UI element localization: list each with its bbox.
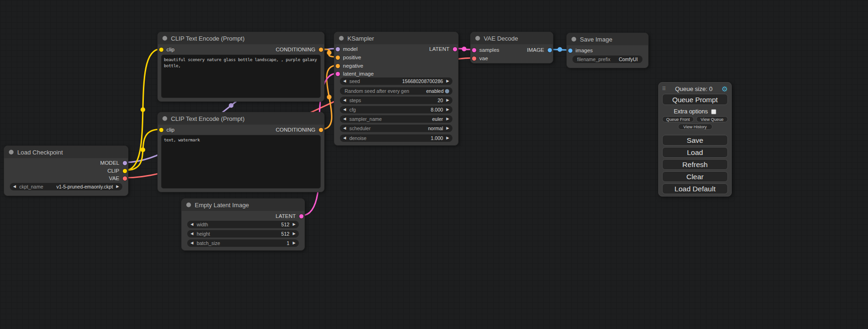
widget-sampler-name[interactable]: ◀ sampler_name euler ▶ xyxy=(340,115,452,123)
clear-button[interactable]: Clear xyxy=(662,171,728,182)
widget-width[interactable]: ◀ width 512 ▶ xyxy=(187,221,299,228)
prompt-textarea[interactable]: beautiful scenery nature glass bottle la… xyxy=(161,55,321,98)
queue-front-button[interactable]: Queue Front xyxy=(662,116,694,122)
view-queue-button[interactable]: View Queue xyxy=(696,116,728,122)
slot-dot-latent[interactable] xyxy=(336,72,340,76)
slot-dot-image[interactable] xyxy=(548,48,552,52)
prev-arrow-icon[interactable]: ◀ xyxy=(191,241,193,245)
collapse-dot-icon[interactable] xyxy=(475,36,480,41)
slot-dot-conditioning[interactable] xyxy=(319,48,323,52)
next-arrow-icon[interactable]: ▶ xyxy=(116,185,119,189)
output-slot-latent[interactable]: LATENT xyxy=(429,46,457,52)
prev-arrow-icon[interactable]: ◀ xyxy=(343,79,346,83)
slot-dot-image[interactable] xyxy=(568,49,572,53)
slot-dot-latent[interactable] xyxy=(453,47,457,51)
slot-dot-model[interactable] xyxy=(123,161,127,165)
output-slot-conditioning[interactable]: CONDITIONING xyxy=(276,47,323,53)
prev-arrow-icon[interactable]: ◀ xyxy=(191,232,193,236)
next-arrow-icon[interactable]: ▶ xyxy=(293,232,296,236)
slot-dot-conditioning[interactable] xyxy=(319,128,323,132)
prev-arrow-icon[interactable]: ◀ xyxy=(343,126,346,130)
node-ksampler[interactable]: KSampler model LATENT positive negative … xyxy=(334,32,459,146)
widget-cfg[interactable]: ◀ cfg 8.000 ▶ xyxy=(340,106,452,113)
widget-batch-size[interactable]: ◀ batch_size 1 ▶ xyxy=(187,239,299,247)
node-title-bar[interactable]: CLIP Text Encode (Prompt) xyxy=(158,32,324,44)
prev-arrow-icon[interactable]: ◀ xyxy=(343,117,346,121)
output-slot-conditioning[interactable]: CONDITIONING xyxy=(276,127,323,133)
next-arrow-icon[interactable]: ▶ xyxy=(446,98,449,102)
collapse-dot-icon[interactable] xyxy=(572,37,576,42)
load-default-button[interactable]: Load Default xyxy=(662,183,728,194)
collapse-dot-icon[interactable] xyxy=(339,36,344,41)
next-arrow-icon[interactable]: ▶ xyxy=(293,223,296,226)
input-slot-model[interactable]: model xyxy=(336,46,358,52)
save-button[interactable]: Save xyxy=(662,135,728,146)
drag-handle-icon[interactable]: ⠿ xyxy=(662,86,666,92)
slot-dot-vae[interactable] xyxy=(123,176,127,181)
slot-dot-clip[interactable] xyxy=(159,128,163,132)
widget-random-seed-toggle[interactable]: Random seed after every gen enabled xyxy=(340,87,452,95)
next-arrow-icon[interactable]: ▶ xyxy=(446,117,449,121)
next-arrow-icon[interactable]: ▶ xyxy=(446,108,449,112)
output-slot-clip[interactable]: CLIP xyxy=(107,168,127,174)
toggle-indicator-icon[interactable] xyxy=(445,89,449,93)
widget-seed[interactable]: ◀ seed 156680208700286 ▶ xyxy=(340,77,452,85)
node-load-checkpoint[interactable]: Load Checkpoint MODEL CLIP VAE ◀ ckpt_na… xyxy=(4,146,128,196)
load-button[interactable]: Load xyxy=(662,147,728,158)
collapse-dot-icon[interactable] xyxy=(162,116,167,121)
slot-dot-conditioning[interactable] xyxy=(336,56,340,60)
input-slot-latent-image[interactable]: latent_image xyxy=(336,71,374,77)
input-slot-samples[interactable]: samples xyxy=(472,47,500,53)
next-arrow-icon[interactable]: ▶ xyxy=(293,241,296,245)
input-slot-negative[interactable]: negative xyxy=(336,63,363,69)
input-slot-positive[interactable]: positive xyxy=(336,55,361,61)
slot-dot-latent[interactable] xyxy=(472,48,476,52)
prev-arrow-icon[interactable]: ◀ xyxy=(343,98,346,102)
collapse-dot-icon[interactable] xyxy=(186,203,191,207)
next-arrow-icon[interactable]: ▶ xyxy=(446,136,449,140)
slot-dot-model[interactable] xyxy=(336,47,340,51)
node-title-bar[interactable]: Save Image xyxy=(567,33,648,45)
slot-dot-latent[interactable] xyxy=(299,214,303,218)
prev-arrow-icon[interactable]: ◀ xyxy=(343,108,346,112)
extra-options-checkbox[interactable] xyxy=(711,109,716,114)
node-title-bar[interactable]: CLIP Text Encode (Prompt) xyxy=(158,112,324,125)
output-slot-model[interactable]: MODEL xyxy=(100,160,127,166)
node-save-image[interactable]: Save Image images filename_prefix ComfyU… xyxy=(566,33,649,68)
widget-filename-prefix[interactable]: filename_prefix ComfyUI xyxy=(572,56,642,63)
refresh-button[interactable]: Refresh xyxy=(662,159,728,170)
slot-dot-clip[interactable] xyxy=(123,169,127,173)
node-vae-decode[interactable]: VAE Decode samples IMAGE vae xyxy=(470,32,553,63)
node-title-bar[interactable]: Load Checkpoint xyxy=(4,146,128,158)
view-history-button[interactable]: View History xyxy=(678,124,713,130)
slot-dot-clip[interactable] xyxy=(159,48,163,52)
settings-gear-icon[interactable]: ⚙ xyxy=(722,85,728,92)
node-title-bar[interactable]: VAE Decode xyxy=(471,32,553,44)
widget-ckpt-name[interactable]: ◀ ckpt_name v1-5-pruned-emaonly.ckpt ▶ xyxy=(10,183,122,190)
node-title-bar[interactable]: Empty Latent Image xyxy=(182,199,304,211)
prev-arrow-icon[interactable]: ◀ xyxy=(13,185,16,189)
next-arrow-icon[interactable]: ▶ xyxy=(446,126,449,130)
node-title-bar[interactable]: KSampler xyxy=(334,32,458,44)
input-slot-images[interactable]: images xyxy=(568,48,593,54)
graph-canvas[interactable]: { "colors": { "model": "#b39ddb", "clip"… xyxy=(0,0,868,329)
widget-scheduler[interactable]: ◀ scheduler normal ▶ xyxy=(340,125,452,132)
prev-arrow-icon[interactable]: ◀ xyxy=(191,223,193,226)
node-empty-latent-image[interactable]: Empty Latent Image LATENT ◀ width 512 ▶ … xyxy=(181,198,305,251)
collapse-dot-icon[interactable] xyxy=(9,150,14,154)
widget-steps[interactable]: ◀ steps 20 ▶ xyxy=(340,97,452,104)
widget-denoise[interactable]: ◀ denoise 1.000 ▶ xyxy=(340,134,452,142)
output-slot-vae[interactable]: VAE xyxy=(109,175,127,182)
input-slot-clip[interactable]: clip xyxy=(159,127,175,133)
widget-height[interactable]: ◀ height 512 ▶ xyxy=(187,230,299,238)
next-arrow-icon[interactable]: ▶ xyxy=(446,79,449,83)
input-slot-clip[interactable]: clip xyxy=(159,47,175,53)
output-slot-image[interactable]: IMAGE xyxy=(527,47,551,53)
input-slot-vae[interactable]: vae xyxy=(472,56,488,62)
node-clip-text-encode-positive[interactable]: CLIP Text Encode (Prompt) clip CONDITION… xyxy=(157,32,325,102)
prev-arrow-icon[interactable]: ◀ xyxy=(343,136,346,140)
slot-dot-conditioning[interactable] xyxy=(336,64,340,68)
prompt-textarea[interactable]: text, watermark xyxy=(161,135,321,189)
slot-dot-vae[interactable] xyxy=(472,56,476,61)
node-clip-text-encode-negative[interactable]: CLIP Text Encode (Prompt) clip CONDITION… xyxy=(157,112,325,192)
